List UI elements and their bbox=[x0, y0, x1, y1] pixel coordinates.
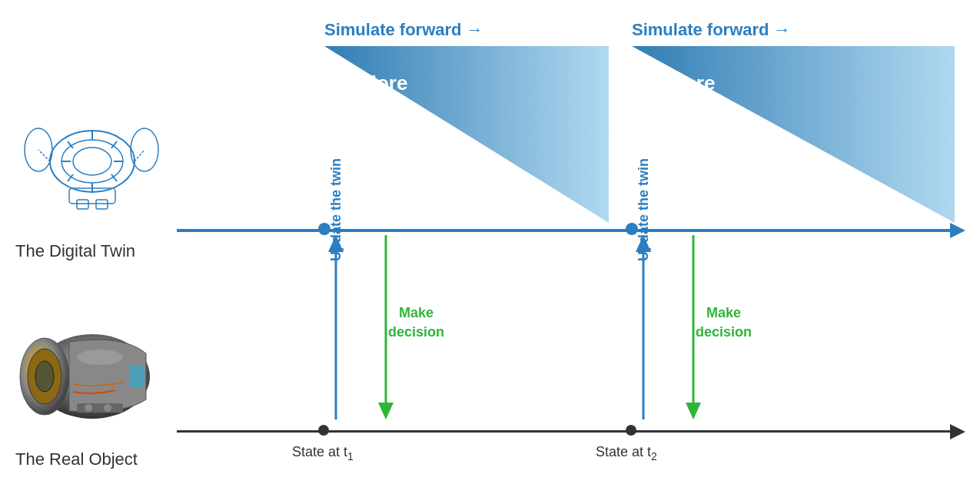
svg-line-15 bbox=[135, 150, 145, 161]
diagram-container: The Digital Twin bbox=[0, 0, 980, 504]
real-object-label: The Real Object bbox=[15, 449, 138, 469]
svg-rect-22 bbox=[77, 403, 123, 413]
svg-marker-36 bbox=[686, 403, 701, 419]
svg-line-14 bbox=[38, 150, 50, 161]
svg-rect-26 bbox=[129, 365, 145, 388]
svg-point-23 bbox=[85, 404, 92, 412]
svg-point-25 bbox=[77, 350, 123, 365]
svg-marker-34 bbox=[378, 403, 394, 419]
svg-point-17 bbox=[131, 128, 158, 171]
update-twin-arrow-1 bbox=[324, 235, 347, 419]
real-object-timeline bbox=[177, 430, 953, 433]
explore-optimize-text-2: Explore Optimize bbox=[642, 69, 726, 125]
digital-twin-icon bbox=[23, 100, 161, 223]
update-twin-text-1: Update the twin bbox=[328, 158, 344, 261]
svg-point-2 bbox=[73, 148, 111, 175]
svg-rect-13 bbox=[96, 200, 108, 209]
simulate-forward-label-2: Simulate forward → bbox=[632, 20, 791, 40]
simulate-forward-label-1: Simulate forward → bbox=[324, 20, 483, 40]
digital-twin-label: The Digital Twin bbox=[15, 241, 135, 261]
state-t1-label: State at t1 bbox=[292, 444, 354, 463]
make-decision-text-2: Make decision bbox=[696, 303, 752, 342]
state-t2-label: State at t2 bbox=[596, 444, 657, 463]
timeline-dot-t1-bottom bbox=[318, 425, 329, 436]
digital-twin-timeline bbox=[177, 229, 953, 232]
svg-point-21 bbox=[35, 361, 54, 392]
timeline-dot-t2-bottom bbox=[626, 425, 636, 436]
update-twin-text-2: Update the twin bbox=[636, 158, 652, 261]
real-object-icon bbox=[15, 323, 169, 430]
svg-point-24 bbox=[104, 404, 111, 412]
svg-rect-12 bbox=[77, 200, 88, 209]
explore-optimize-text-1: Explore Optimize bbox=[334, 69, 419, 125]
update-twin-arrow-2 bbox=[632, 235, 655, 419]
make-decision-text-1: Make decision bbox=[388, 303, 444, 342]
